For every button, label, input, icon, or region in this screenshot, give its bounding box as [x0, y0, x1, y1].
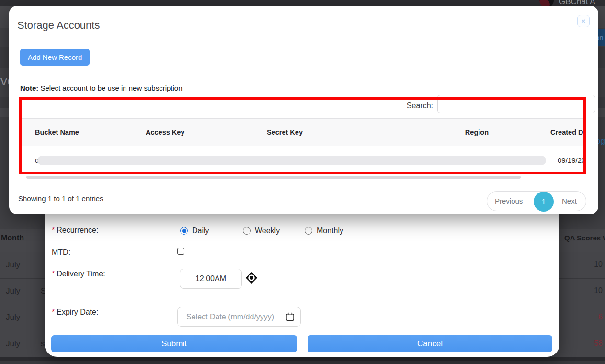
submit-button[interactable]: Submit — [51, 335, 297, 352]
radio-monthly[interactable] — [305, 227, 312, 235]
bg-month-cell: July — [6, 260, 20, 270]
bg-qa-score-cell: 10 — [574, 286, 603, 295]
account-table-row[interactable]: c 09/19/202 — [19, 146, 586, 178]
note-label: Note: — [20, 84, 38, 92]
modal-title: Storage Accounts — [17, 19, 100, 32]
radio-weekly[interactable] — [243, 227, 251, 235]
bg-band — [0, 357, 605, 361]
bg-month-cell: July — [6, 286, 20, 296]
radio-daily-label[interactable]: Daily — [192, 227, 209, 235]
column-header-access-key[interactable]: Access Key — [146, 128, 184, 136]
screen: GBChat A ve on og Month QA Scores W July… — [0, 0, 605, 364]
pagination-next-button[interactable]: Next — [562, 197, 577, 205]
redacted-data-pill — [37, 156, 546, 165]
radio-daily[interactable] — [180, 227, 188, 235]
expiry-date-label: *Expiry Date: — [52, 308, 98, 317]
pagination-page-1-button[interactable]: 1 — [534, 192, 554, 212]
mtd-label: MTD: — [52, 248, 70, 257]
expiry-date-input[interactable] — [186, 313, 285, 321]
calendar-icon[interactable] — [285, 312, 295, 321]
column-header-created-date[interactable]: Created Da — [550, 128, 586, 136]
accounts-table-header: Bucket Name Access Key Secret Key Region… — [19, 118, 586, 146]
bg-qa-score-cell: 10 — [574, 260, 603, 269]
pagination-previous-button[interactable]: Previous — [495, 197, 523, 205]
note-text: Note: Select account to be use in new su… — [20, 84, 183, 92]
radio-monthly-label[interactable]: Monthly — [317, 227, 343, 235]
subscription-form-modal: *Recurrence: Daily Weekly Monthly MTD: *… — [45, 205, 559, 357]
divider — [9, 34, 598, 34]
recurrence-option-daily[interactable]: Daily — [180, 227, 209, 235]
delivery-time-label: *Delivery Time: — [52, 270, 105, 278]
top-nav-bar — [0, 0, 605, 6]
bg-band — [0, 361, 605, 364]
radio-weekly-label[interactable]: Weekly — [255, 227, 280, 235]
bg-month-column-header: Month — [1, 234, 24, 242]
required-asterisk: * — [52, 308, 55, 316]
required-asterisk: * — [52, 226, 55, 234]
close-icon[interactable]: × — [577, 15, 590, 27]
recurrence-option-weekly[interactable]: Weekly — [243, 227, 280, 235]
delivery-time-input[interactable] — [180, 269, 242, 289]
bg-qa-scores-column-header: QA Scores W — [564, 234, 605, 242]
bg-qa-score-cell: 6 — [574, 313, 603, 321]
mtd-checkbox[interactable] — [177, 248, 184, 255]
entries-info: Showing 1 to 1 of 1 entries — [18, 194, 103, 203]
cancel-button[interactable]: Cancel — [308, 335, 552, 352]
time-picker-target-icon[interactable] — [245, 272, 258, 284]
recurrence-label: *Recurrence: — [52, 226, 98, 235]
search-label: Search: — [344, 102, 433, 110]
bg-month-cell: July — [6, 313, 20, 322]
search-input[interactable] — [437, 95, 595, 113]
column-header-secret-key[interactable]: Secret Key — [267, 128, 303, 136]
expiry-date-field[interactable] — [177, 307, 301, 327]
column-header-region[interactable]: Region — [445, 128, 489, 136]
bg-month-cell: July — [6, 339, 20, 349]
bg-qa-score-cell: 58 — [574, 339, 603, 348]
storage-accounts-modal: Storage Accounts × Add New Record Note: … — [9, 6, 598, 214]
pagination: Previous 1 Next — [487, 191, 586, 211]
redacted-data-pill-partial — [26, 176, 521, 179]
created-date-cell: 09/19/202 — [558, 156, 586, 164]
required-asterisk: * — [52, 270, 55, 278]
add-new-record-button[interactable]: Add New Record — [20, 49, 90, 66]
column-header-bucket-name[interactable]: Bucket Name — [35, 128, 79, 136]
recurrence-option-monthly[interactable]: Monthly — [305, 227, 343, 235]
